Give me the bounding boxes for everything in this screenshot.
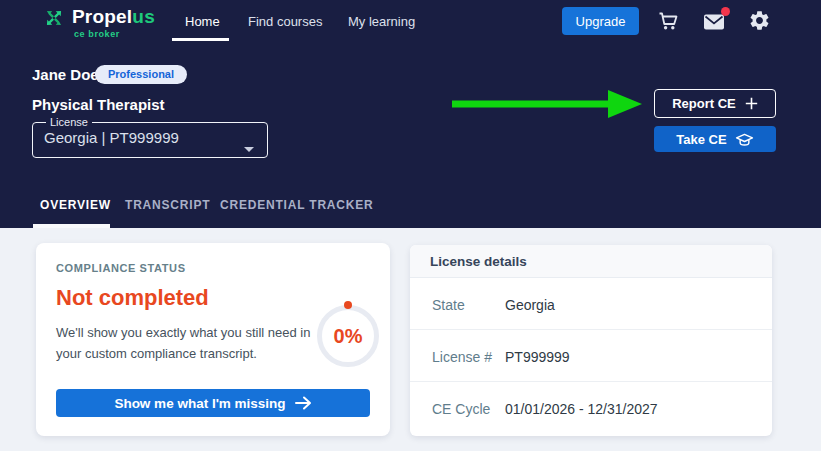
license-row-state: State Georgia (410, 278, 772, 330)
graduation-cap-icon (735, 131, 754, 148)
profession-title: Physical Therapist (32, 96, 165, 113)
chevron-down-icon (244, 147, 254, 152)
progress-ring: 0% (317, 305, 379, 367)
license-details-header: License details (410, 245, 772, 278)
row-value: 01/01/2026 - 12/31/2027 (505, 401, 658, 417)
brand-text: Propelus ce broker (72, 6, 155, 39)
gear-icon[interactable] (748, 9, 771, 32)
nav-item-find-courses[interactable]: Find courses (248, 14, 322, 29)
license-select-label: License (46, 116, 92, 128)
row-value: Georgia (505, 297, 555, 313)
license-details-card: License details State Georgia License # … (410, 245, 772, 436)
nav-item-home[interactable]: Home (185, 14, 220, 29)
license-details-title: License details (430, 245, 527, 278)
row-label: License # (432, 349, 492, 365)
compliance-description: We'll show you exactly what you still ne… (56, 323, 318, 365)
tab-overview[interactable]: OVERVIEW (40, 198, 111, 212)
license-select[interactable]: License Georgia | PT999999 (32, 116, 268, 158)
progress-ring-marker (344, 301, 352, 309)
nav-active-underline (172, 38, 229, 41)
tab-transcript[interactable]: TRANSCRIPT (125, 198, 210, 212)
arrow-right-icon (295, 396, 312, 410)
brand-tagline: ce broker (74, 29, 155, 39)
brand-logo[interactable]: Propelus ce broker (42, 6, 155, 39)
progress-percent: 0% (334, 325, 363, 348)
license-row-ce-cycle: CE Cycle 01/01/2026 - 12/31/2027 (410, 382, 772, 434)
cart-icon[interactable] (656, 9, 680, 33)
take-ce-label: Take CE (676, 132, 726, 147)
row-label: State (432, 297, 465, 313)
nav-item-my-learning[interactable]: My learning (348, 14, 415, 29)
take-ce-button[interactable]: Take CE (654, 126, 776, 152)
notification-dot (721, 7, 730, 16)
user-name: Jane Doe (32, 66, 99, 83)
row-label: CE Cycle (432, 401, 490, 417)
report-ce-label: Report CE (672, 96, 736, 111)
tab-credential-tracker[interactable]: CREDENTIAL TRACKER (220, 198, 374, 212)
propelus-pinwheel-icon (42, 6, 66, 30)
upgrade-button[interactable]: Upgrade (562, 7, 639, 35)
compliance-section-label: COMPLIANCE STATUS (56, 262, 186, 274)
tab-active-underline (33, 224, 110, 228)
compliance-status-text: Not completed (56, 285, 209, 311)
license-row-number: License # PT999999 (410, 330, 772, 382)
hero-section: Propelus ce broker Home Find courses My … (0, 0, 821, 228)
annotation-arrow (452, 88, 642, 120)
license-select-value: Georgia | PT999999 (44, 129, 267, 146)
plus-icon (745, 97, 758, 110)
report-ce-button[interactable]: Report CE (654, 89, 776, 118)
brand-name: Propelus (72, 6, 155, 28)
show-missing-label: Show me what I'm missing (114, 396, 285, 411)
compliance-status-card: COMPLIANCE STATUS Not completed We'll sh… (36, 243, 390, 436)
plan-badge: Professional (95, 65, 187, 84)
show-missing-button[interactable]: Show me what I'm missing (56, 389, 370, 417)
row-value: PT999999 (505, 349, 570, 365)
